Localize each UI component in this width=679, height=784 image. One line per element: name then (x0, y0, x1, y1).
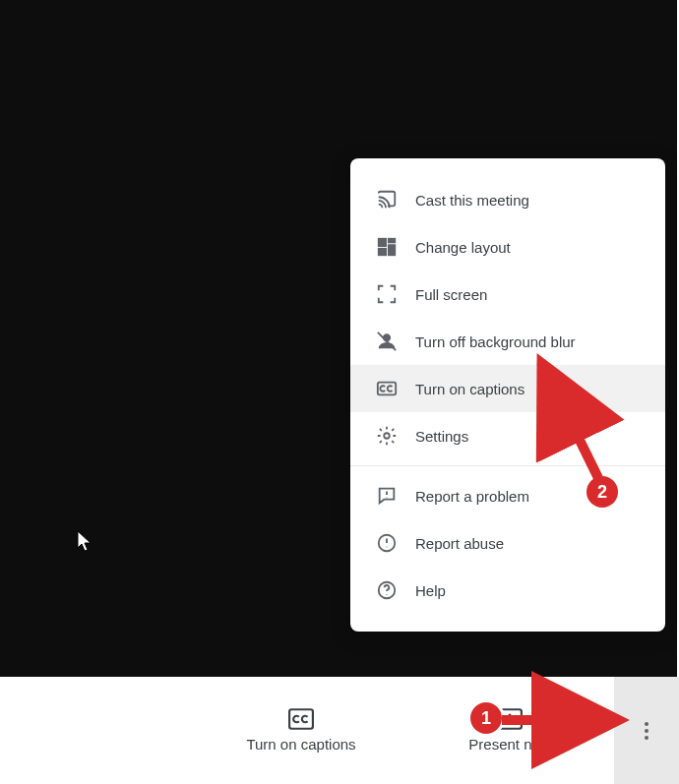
menu-item-label: Settings (415, 428, 468, 445)
menu-item-label: Turn on captions (415, 381, 525, 397)
menu-item-label: Change layout (415, 239, 511, 256)
feedback-icon (376, 485, 398, 507)
more-options-button[interactable] (614, 677, 679, 784)
bottom-toolbar: Turn on captions Present now (0, 677, 679, 784)
menu-item-report-abuse[interactable]: Report abuse (350, 519, 665, 567)
captions-icon (288, 708, 314, 730)
menu-item-report-problem[interactable]: Report a problem (350, 472, 665, 519)
abuse-icon (376, 532, 398, 554)
menu-item-help[interactable]: Help (350, 567, 665, 614)
menu-item-background-blur[interactable]: Turn off background blur (350, 318, 665, 365)
fullscreen-icon (376, 283, 398, 305)
menu-item-label: Report a problem (415, 488, 529, 505)
layout-icon (376, 236, 398, 258)
menu-separator (350, 465, 665, 466)
screenshot: Cast this meeting Change layout Full scr… (0, 0, 679, 784)
svg-rect-0 (379, 239, 386, 246)
present-button[interactable]: Present now (405, 677, 614, 784)
menu-item-label: Cast this meeting (415, 192, 529, 209)
svg-rect-2 (389, 245, 395, 255)
captions-icon (376, 378, 398, 399)
help-icon (376, 579, 398, 601)
more-vert-icon (645, 729, 648, 733)
menu-item-layout[interactable]: Change layout (350, 223, 665, 271)
more-options-menu: Cast this meeting Change layout Full scr… (350, 158, 665, 632)
cast-icon (376, 189, 398, 211)
menu-item-settings[interactable]: Settings (350, 412, 665, 459)
menu-item-label: Report abuse (415, 535, 504, 552)
menu-item-fullscreen[interactable]: Full screen (350, 271, 665, 318)
menu-item-cast[interactable]: Cast this meeting (350, 176, 665, 223)
captions-button[interactable]: Turn on captions (197, 677, 405, 784)
present-icon (497, 708, 523, 730)
svg-rect-1 (389, 239, 395, 243)
menu-item-label: Turn off background blur (415, 333, 576, 350)
blur-icon (376, 331, 398, 352)
svg-point-6 (384, 433, 390, 439)
svg-rect-3 (379, 249, 386, 255)
gear-icon (376, 425, 398, 447)
menu-item-captions[interactable]: Turn on captions (350, 365, 665, 412)
menu-item-label: Help (415, 582, 446, 599)
present-label: Present now (468, 736, 550, 753)
captions-label: Turn on captions (246, 736, 355, 753)
menu-item-label: Full screen (415, 286, 487, 303)
